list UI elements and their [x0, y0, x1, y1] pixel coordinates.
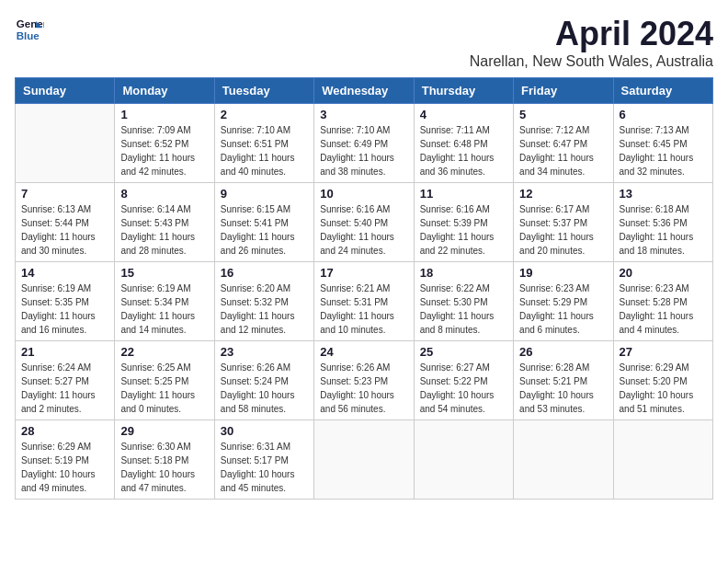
calendar-week-row: 28Sunrise: 6:29 AM Sunset: 5:19 PM Dayli… [16, 420, 713, 500]
calendar-cell: 29Sunrise: 6:30 AM Sunset: 5:18 PM Dayli… [115, 420, 214, 500]
weekday-header: Tuesday [214, 78, 313, 104]
day-number: 20 [620, 266, 707, 280]
calendar-cell: 4Sunrise: 7:11 AM Sunset: 6:48 PM Daylig… [414, 104, 513, 183]
calendar-cell: 28Sunrise: 6:29 AM Sunset: 5:19 PM Dayli… [16, 420, 115, 500]
day-number: 26 [519, 345, 607, 359]
day-info: Sunrise: 6:28 AM Sunset: 5:21 PM Dayligh… [519, 361, 607, 416]
weekday-header: Wednesday [314, 78, 414, 104]
day-number: 22 [120, 345, 208, 359]
day-info: Sunrise: 6:25 AM Sunset: 5:25 PM Dayligh… [120, 361, 208, 416]
day-number: 14 [21, 266, 108, 280]
day-info: Sunrise: 6:22 AM Sunset: 5:30 PM Dayligh… [420, 282, 507, 337]
svg-text:Blue: Blue [17, 30, 40, 41]
day-number: 12 [519, 187, 607, 201]
calendar-cell: 6Sunrise: 7:13 AM Sunset: 6:45 PM Daylig… [613, 104, 712, 183]
calendar-cell: 17Sunrise: 6:21 AM Sunset: 5:31 PM Dayli… [314, 262, 414, 341]
calendar-cell: 21Sunrise: 6:24 AM Sunset: 5:27 PM Dayli… [16, 341, 115, 420]
calendar-week-row: 7Sunrise: 6:13 AM Sunset: 5:44 PM Daylig… [16, 183, 713, 262]
calendar-cell: 13Sunrise: 6:18 AM Sunset: 5:36 PM Dayli… [613, 183, 712, 262]
day-info: Sunrise: 6:18 AM Sunset: 5:36 PM Dayligh… [620, 202, 707, 258]
day-info: Sunrise: 6:19 AM Sunset: 5:34 PM Dayligh… [120, 282, 208, 337]
day-info: Sunrise: 7:12 AM Sunset: 6:47 PM Dayligh… [519, 123, 607, 178]
calendar-cell [613, 420, 712, 500]
weekday-header-row: SundayMondayTuesdayWednesdayThursdayFrid… [16, 78, 713, 104]
day-info: Sunrise: 6:31 AM Sunset: 5:17 PM Dayligh… [221, 440, 308, 495]
svg-text:General: General [17, 18, 44, 29]
day-info: Sunrise: 7:11 AM Sunset: 6:48 PM Dayligh… [420, 123, 507, 178]
day-number: 23 [221, 345, 308, 359]
calendar-cell: 20Sunrise: 6:23 AM Sunset: 5:28 PM Dayli… [613, 262, 712, 341]
day-info: Sunrise: 7:09 AM Sunset: 6:52 PM Dayligh… [120, 123, 208, 178]
calendar-cell: 19Sunrise: 6:23 AM Sunset: 5:29 PM Dayli… [514, 262, 613, 341]
day-number: 5 [519, 108, 607, 121]
weekday-header: Friday [514, 78, 613, 104]
day-number: 10 [320, 187, 407, 201]
calendar-cell: 8Sunrise: 6:14 AM Sunset: 5:43 PM Daylig… [115, 183, 214, 262]
day-info: Sunrise: 7:10 AM Sunset: 6:49 PM Dayligh… [320, 123, 407, 178]
day-number: 7 [21, 187, 108, 201]
day-number: 15 [120, 266, 208, 280]
calendar-table: SundayMondayTuesdayWednesdayThursdayFrid… [15, 77, 713, 500]
calendar-week-row: 21Sunrise: 6:24 AM Sunset: 5:27 PM Dayli… [16, 341, 713, 420]
day-number: 27 [620, 345, 707, 359]
calendar-cell: 10Sunrise: 6:16 AM Sunset: 5:40 PM Dayli… [314, 183, 414, 262]
calendar-cell: 12Sunrise: 6:17 AM Sunset: 5:37 PM Dayli… [514, 183, 613, 262]
day-info: Sunrise: 6:14 AM Sunset: 5:43 PM Dayligh… [120, 202, 208, 258]
logo: General Blue [15, 15, 44, 44]
day-info: Sunrise: 6:30 AM Sunset: 5:18 PM Dayligh… [120, 440, 208, 495]
calendar-cell: 25Sunrise: 6:27 AM Sunset: 5:22 PM Dayli… [414, 341, 513, 420]
day-number: 2 [221, 108, 308, 121]
day-info: Sunrise: 6:26 AM Sunset: 5:24 PM Dayligh… [221, 361, 308, 416]
day-info: Sunrise: 7:10 AM Sunset: 6:51 PM Dayligh… [221, 123, 308, 178]
day-info: Sunrise: 6:17 AM Sunset: 5:37 PM Dayligh… [519, 202, 607, 258]
calendar-cell [314, 420, 414, 500]
day-info: Sunrise: 6:26 AM Sunset: 5:23 PM Dayligh… [320, 361, 407, 416]
day-number: 29 [120, 424, 208, 438]
calendar-cell: 26Sunrise: 6:28 AM Sunset: 5:21 PM Dayli… [514, 341, 613, 420]
calendar-cell: 27Sunrise: 6:29 AM Sunset: 5:20 PM Dayli… [613, 341, 712, 420]
day-number: 24 [320, 345, 407, 359]
calendar-cell: 11Sunrise: 6:16 AM Sunset: 5:39 PM Dayli… [414, 183, 513, 262]
day-number: 16 [221, 266, 308, 280]
calendar-cell: 22Sunrise: 6:25 AM Sunset: 5:25 PM Dayli… [115, 341, 214, 420]
day-info: Sunrise: 6:23 AM Sunset: 5:28 PM Dayligh… [620, 282, 707, 337]
day-number: 17 [320, 266, 407, 280]
location-title: Narellan, New South Wales, Australia [470, 53, 713, 70]
calendar-cell: 14Sunrise: 6:19 AM Sunset: 5:35 PM Dayli… [16, 262, 115, 341]
day-number: 18 [420, 266, 507, 280]
calendar-cell: 24Sunrise: 6:26 AM Sunset: 5:23 PM Dayli… [314, 341, 414, 420]
calendar-cell: 16Sunrise: 6:20 AM Sunset: 5:32 PM Dayli… [214, 262, 313, 341]
calendar-cell: 15Sunrise: 6:19 AM Sunset: 5:34 PM Dayli… [115, 262, 214, 341]
calendar-cell: 2Sunrise: 7:10 AM Sunset: 6:51 PM Daylig… [214, 104, 313, 183]
day-info: Sunrise: 6:15 AM Sunset: 5:41 PM Dayligh… [221, 202, 308, 258]
calendar-cell: 1Sunrise: 7:09 AM Sunset: 6:52 PM Daylig… [115, 104, 214, 183]
weekday-header: Sunday [16, 78, 115, 104]
day-info: Sunrise: 6:21 AM Sunset: 5:31 PM Dayligh… [320, 282, 407, 337]
day-info: Sunrise: 6:16 AM Sunset: 5:40 PM Dayligh… [320, 202, 407, 258]
day-info: Sunrise: 6:13 AM Sunset: 5:44 PM Dayligh… [21, 202, 108, 258]
day-number: 30 [221, 424, 308, 438]
day-info: Sunrise: 6:16 AM Sunset: 5:39 PM Dayligh… [420, 202, 507, 258]
day-number: 3 [320, 108, 407, 121]
day-number: 1 [120, 108, 208, 121]
day-number: 8 [120, 187, 208, 201]
weekday-header: Saturday [613, 78, 712, 104]
day-info: Sunrise: 6:19 AM Sunset: 5:35 PM Dayligh… [21, 282, 108, 337]
day-info: Sunrise: 7:13 AM Sunset: 6:45 PM Dayligh… [620, 123, 707, 178]
calendar-cell: 3Sunrise: 7:10 AM Sunset: 6:49 PM Daylig… [314, 104, 414, 183]
day-number: 19 [519, 266, 607, 280]
day-info: Sunrise: 6:29 AM Sunset: 5:19 PM Dayligh… [21, 440, 108, 495]
day-info: Sunrise: 6:29 AM Sunset: 5:20 PM Dayligh… [620, 361, 707, 416]
day-number: 28 [21, 424, 108, 438]
calendar-cell: 23Sunrise: 6:26 AM Sunset: 5:24 PM Dayli… [214, 341, 313, 420]
day-info: Sunrise: 6:24 AM Sunset: 5:27 PM Dayligh… [21, 361, 108, 416]
day-info: Sunrise: 6:20 AM Sunset: 5:32 PM Dayligh… [221, 282, 308, 337]
day-number: 11 [420, 187, 507, 201]
weekday-header: Monday [115, 78, 214, 104]
calendar-cell: 30Sunrise: 6:31 AM Sunset: 5:17 PM Dayli… [214, 420, 313, 500]
calendar-cell [414, 420, 513, 500]
day-number: 6 [620, 108, 707, 121]
calendar-week-row: 1Sunrise: 7:09 AM Sunset: 6:52 PM Daylig… [16, 104, 713, 183]
day-info: Sunrise: 6:23 AM Sunset: 5:29 PM Dayligh… [519, 282, 607, 337]
day-number: 13 [620, 187, 707, 201]
